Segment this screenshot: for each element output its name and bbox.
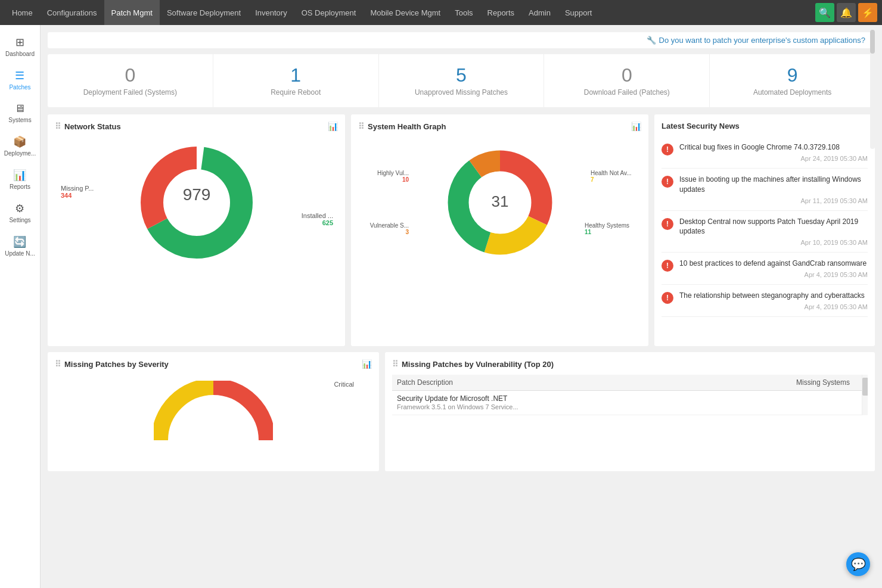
patch-vuln-table: Patch Description Missing Systems Securi… — [392, 375, 868, 415]
network-status-chart-icon[interactable]: 📊 — [328, 122, 338, 131]
nav-item-support[interactable]: Support — [558, 0, 600, 25]
svg-text:979: 979 — [182, 185, 210, 204]
news-item[interactable]: ! Desktop Central now supports Patch Tue… — [662, 211, 868, 253]
notifications-button[interactable]: 🔔 — [837, 3, 856, 22]
nav-item-patch-mgmt[interactable]: Patch Mgmt — [104, 0, 160, 25]
highly-vul-label: Highly Vul... — [361, 170, 409, 176]
sidebar-item-systems[interactable]: 🖥Systems — [2, 97, 38, 129]
stats-row: 0 Deployment Failed (Systems) 1 Require … — [48, 54, 875, 107]
nav-item-mobile-device-mgmt[interactable]: Mobile Device Mgmt — [363, 0, 448, 25]
news-item[interactable]: ! 10 best practices to defend against Ga… — [662, 253, 868, 285]
sidebar-label: Dashboard — [5, 51, 35, 57]
nav-item-reports[interactable]: Reports — [480, 0, 522, 25]
installed-label: Installed ... — [302, 212, 333, 219]
drag-icon-3: ⠿ — [55, 359, 61, 369]
security-news-panel: Latest Security News ! Critical bug fixe… — [654, 114, 875, 346]
patch-desc-cell: Security Update for Microsoft .NETFramew… — [392, 391, 692, 415]
sidebar-icon: 🖥 — [14, 102, 25, 115]
news-item[interactable]: ! Issue in booting up the machines after… — [662, 169, 868, 211]
severity-chart-icon[interactable]: 📊 — [362, 359, 372, 369]
stat-box-download-failed-(patches)[interactable]: 0 Download Failed (Patches) — [544, 54, 710, 107]
banner: 🔧 Do you want to patch your enterprise's… — [48, 32, 875, 48]
severity-gauge-svg — [154, 381, 273, 446]
system-health-title: System Health Graph — [368, 122, 446, 131]
stat-number: 0 — [549, 65, 704, 86]
sidebar-label: Deployme... — [4, 150, 36, 157]
missing-patches-severity-title: Missing Patches by Severity — [64, 360, 169, 369]
stat-number: 5 — [384, 65, 539, 86]
quick-actions-button[interactable]: ⚡ — [858, 3, 877, 22]
system-health-panel: ⠿ System Health Graph 📊 — [351, 114, 648, 346]
installed-value: 625 — [322, 219, 333, 226]
sidebar-item-dashboard[interactable]: ⊞Dashboard — [2, 30, 38, 63]
network-status-title: Network Status — [64, 122, 121, 131]
news-title: The relationship between steganography a… — [679, 291, 868, 301]
nav-item-home[interactable]: Home — [5, 0, 40, 25]
network-status-panel: ⠿ Network Status 📊 979 — [48, 114, 345, 346]
missing-patches-vuln-title: Missing Patches by Vulnerability (Top 20… — [402, 360, 554, 369]
sidebar-label: Patches — [9, 84, 30, 91]
missing-patches-severity-panel: ⠿ Missing Patches by Severity 📊 Critical — [48, 352, 379, 471]
news-title: Issue in booting up the machines after i… — [679, 175, 868, 195]
alert-icon: ! — [662, 260, 673, 272]
sidebar-item-reports[interactable]: 📊Reports — [2, 163, 38, 196]
news-item[interactable]: ! Critical bug fixes in Google Chrome 74… — [662, 136, 868, 169]
stat-box-automated-deployments[interactable]: 9 Automated Deployments — [710, 54, 875, 107]
news-content: Critical bug fixes in Google Chrome 74.0… — [679, 142, 868, 162]
nav-item-configurations[interactable]: Configurations — [40, 0, 104, 25]
alert-icon: ! — [662, 176, 673, 188]
sidebar-icon: 🔄 — [13, 235, 26, 248]
sidebar-item-deployme-[interactable]: 📦Deployme... — [2, 129, 38, 163]
stat-label: Download Failed (Patches) — [549, 88, 704, 97]
system-health-chart-icon[interactable]: 📊 — [631, 122, 641, 131]
sidebar-label: Reports — [10, 183, 30, 190]
table-row[interactable]: Security Update for Microsoft .NETFramew… — [392, 391, 868, 415]
vulnerable-s-label: Vulnerable S... — [361, 222, 409, 229]
news-title: Desktop Central now supports Patch Tuesd… — [679, 217, 868, 237]
nav-item-admin[interactable]: Admin — [521, 0, 558, 25]
sidebar-item-settings[interactable]: ⚙Settings — [2, 196, 38, 229]
sidebar: ⊞Dashboard☰Patches🖥Systems📦Deployme...📊R… — [0, 25, 41, 588]
nav-item-software-deployment[interactable]: Software Deployment — [160, 0, 248, 25]
news-date: Apr 11, 2019 05:30 AM — [679, 197, 868, 204]
drag-icon: ⠿ — [55, 122, 61, 131]
bottom-charts-row: ⠿ Missing Patches by Severity 📊 Critical — [48, 352, 875, 471]
health-donut-svg: 31 — [434, 137, 566, 268]
stat-box-deployment-failed-(systems)[interactable]: 0 Deployment Failed (Systems) — [48, 54, 213, 107]
nav-item-os-deployment[interactable]: OS Deployment — [294, 0, 364, 25]
missing-patches-vulnerability-panel: ⠿ Missing Patches by Vulnerability (Top … — [385, 352, 875, 471]
top-navigation: HomeConfigurationsPatch MgmtSoftware Dep… — [0, 0, 882, 25]
sidebar-label: Settings — [9, 217, 30, 223]
news-date: Apr 24, 2019 05:30 AM — [679, 155, 868, 162]
health-not-av-label: Health Not Av... — [591, 170, 638, 176]
stat-number: 9 — [715, 65, 870, 86]
health-not-av-val: 7 — [591, 176, 638, 183]
news-content: Desktop Central now supports Patch Tuesd… — [679, 217, 868, 247]
news-title: 10 best practices to defend against Gand… — [679, 259, 868, 269]
news-date: Apr 10, 2019 05:30 AM — [679, 239, 868, 246]
stat-box-require-reboot[interactable]: 1 Require Reboot — [213, 54, 379, 107]
nav-item-inventory[interactable]: Inventory — [248, 0, 294, 25]
chat-bubble[interactable]: 💬 — [846, 552, 870, 576]
sidebar-icon: ⚙ — [15, 202, 24, 215]
nav-item-tools[interactable]: Tools — [448, 0, 480, 25]
network-donut-svg: 979 — [131, 137, 262, 268]
banner-link[interactable]: 🔧 Do you want to patch your enterprise's… — [647, 36, 865, 45]
stat-box-unapproved-missing-patches[interactable]: 5 Unapproved Missing Patches — [379, 54, 545, 107]
sidebar-item-patches[interactable]: ☰Patches — [2, 63, 38, 97]
charts-row: ⠿ Network Status 📊 979 — [48, 114, 875, 346]
severity-gauge: Critical — [55, 375, 372, 446]
sidebar-icon: ⊞ — [15, 36, 24, 49]
news-content: 10 best practices to defend against Gand… — [679, 259, 868, 278]
stat-number: 1 — [218, 65, 374, 86]
news-scroll-area[interactable]: ! Critical bug fixes in Google Chrome 74… — [662, 136, 868, 339]
patch-desc-header: Patch Description — [392, 375, 692, 391]
news-content: The relationship between steganography a… — [679, 291, 868, 310]
news-date: Apr 4, 2019 05:30 AM — [679, 303, 868, 310]
search-button[interactable]: 🔍 — [815, 3, 834, 22]
healthy-val: 11 — [585, 229, 638, 235]
alert-icon: ! — [662, 144, 673, 155]
sidebar-item-update-n-[interactable]: 🔄Update N... — [2, 229, 38, 263]
sidebar-label: Update N... — [5, 250, 35, 257]
news-item[interactable]: ! The relationship between steganography… — [662, 285, 868, 317]
